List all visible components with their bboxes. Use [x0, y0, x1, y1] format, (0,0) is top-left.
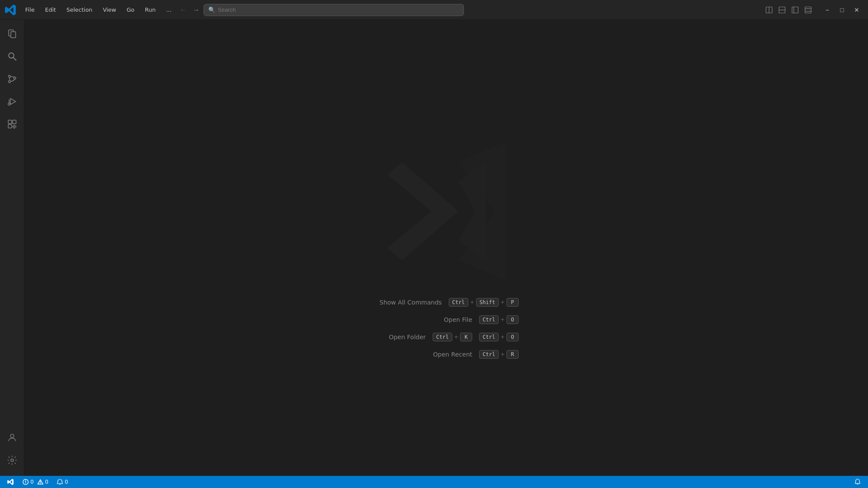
editor-area: Show All Commands Ctrl + Shift + P Open …	[24, 20, 868, 476]
activity-bar	[0, 20, 24, 476]
sidebar-item-source-control[interactable]	[2, 69, 23, 89]
key-ctrl-3: Ctrl	[433, 333, 452, 341]
layout-btn-1[interactable]	[763, 4, 775, 16]
shortcuts-container: Show All Commands Ctrl + Shift + P Open …	[374, 298, 519, 359]
warning-count: 0	[45, 479, 49, 485]
layout-buttons	[763, 4, 814, 16]
search-bar: 🔍	[204, 4, 464, 16]
layout-btn-2[interactable]	[776, 4, 788, 16]
svg-marker-24	[387, 162, 458, 260]
svg-rect-19	[8, 120, 12, 124]
key-shift: Shift	[476, 298, 499, 307]
shortcut-open-recent: Open Recent Ctrl + R	[420, 350, 519, 359]
nav-back-button[interactable]: ←	[178, 4, 189, 16]
menu-run[interactable]: Run	[141, 5, 160, 15]
status-errors[interactable]: 0 0	[20, 476, 51, 488]
notification-count: 0	[65, 479, 68, 485]
welcome-area: Show All Commands Ctrl + Shift + P Open …	[372, 138, 520, 359]
svg-marker-26	[458, 162, 485, 260]
svg-point-31	[40, 483, 40, 484]
key-o-2: O	[506, 333, 519, 341]
keys-open-folder-1: Ctrl + K	[433, 333, 472, 341]
svg-point-17	[8, 103, 10, 105]
close-button[interactable]: ✕	[850, 3, 864, 17]
menu-edit[interactable]: Edit	[41, 5, 60, 15]
svg-rect-21	[8, 124, 12, 128]
key-p: P	[506, 298, 519, 307]
statusbar: 0 0 0	[0, 476, 868, 488]
status-notifications[interactable]: 0	[54, 476, 71, 488]
status-vscode-icon[interactable]	[4, 476, 16, 488]
menu-more[interactable]: ...	[162, 5, 176, 15]
svg-point-23	[11, 459, 13, 462]
window-controls: − □ ✕	[820, 3, 864, 17]
menu-go[interactable]: Go	[122, 5, 139, 15]
svg-point-13	[8, 75, 10, 78]
shortcut-label-open-file: Open File	[420, 316, 472, 323]
sidebar-item-search[interactable]	[2, 46, 23, 67]
bell-icon[interactable]	[852, 476, 864, 488]
vscode-title-icon	[4, 4, 16, 16]
svg-rect-4	[792, 7, 798, 13]
svg-rect-6	[805, 7, 811, 13]
svg-rect-10	[11, 32, 16, 38]
layout-btn-4[interactable]	[802, 4, 814, 16]
sidebar-item-settings[interactable]	[2, 450, 23, 471]
key-ctrl-2: Ctrl	[479, 315, 499, 324]
key-ctrl-5: Ctrl	[479, 350, 499, 359]
svg-point-15	[13, 77, 16, 79]
key-o: O	[506, 315, 519, 324]
key-ctrl: Ctrl	[449, 298, 468, 307]
svg-marker-16	[10, 98, 16, 105]
menu-selection[interactable]: Selection	[62, 5, 97, 15]
maximize-button[interactable]: □	[835, 3, 849, 17]
search-icon: 🔍	[208, 7, 215, 13]
svg-point-11	[9, 53, 14, 58]
nav-forward-button[interactable]: →	[191, 4, 202, 16]
menu-file[interactable]: File	[21, 5, 39, 15]
shortcut-label-open-folder: Open Folder	[374, 334, 426, 341]
svg-rect-20	[13, 120, 16, 124]
shortcut-open-folder: Open Folder Ctrl + K Ctrl + O	[374, 333, 519, 341]
keys-open-file: Ctrl + O	[479, 315, 519, 324]
key-ctrl-4: Ctrl	[479, 333, 499, 341]
error-count: 0	[30, 479, 34, 485]
search-input[interactable]	[218, 7, 459, 13]
svg-point-22	[10, 434, 14, 438]
keys-show-all: Ctrl + Shift + P	[449, 298, 519, 307]
vscode-logo	[372, 138, 520, 285]
minimize-button[interactable]: −	[820, 3, 834, 17]
keys-open-recent: Ctrl + R	[479, 350, 519, 359]
sidebar-item-explorer[interactable]	[2, 23, 23, 44]
shortcut-label-open-recent: Open Recent	[420, 351, 472, 358]
sidebar-item-account[interactable]	[2, 427, 23, 448]
sidebar-item-extensions[interactable]	[2, 114, 23, 134]
keys-open-folder-2: Ctrl + O	[479, 333, 519, 341]
svg-point-14	[8, 81, 10, 83]
shortcut-open-file: Open File Ctrl + O	[420, 315, 519, 324]
svg-point-29	[25, 483, 26, 484]
shortcut-show-all-commands: Show All Commands Ctrl + Shift + P	[380, 298, 519, 307]
key-k: K	[460, 333, 472, 341]
key-r: R	[506, 350, 519, 359]
sidebar-item-run-debug[interactable]	[2, 91, 23, 112]
svg-line-12	[13, 58, 16, 60]
titlebar: File Edit Selection View Go Run ... ← → …	[0, 0, 868, 20]
shortcut-label-show-all: Show All Commands	[380, 299, 442, 306]
menu-view[interactable]: View	[99, 5, 121, 15]
main-area: Show All Commands Ctrl + Shift + P Open …	[0, 20, 868, 476]
layout-btn-3[interactable]	[789, 4, 801, 16]
